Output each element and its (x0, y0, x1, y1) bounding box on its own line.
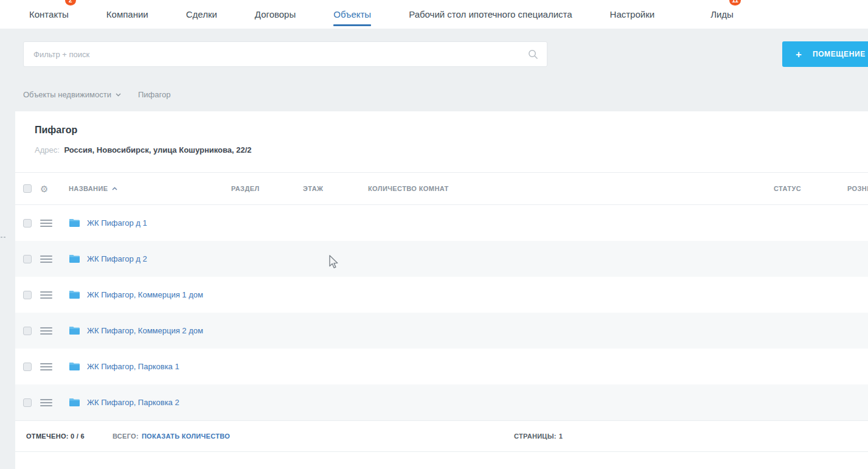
row-checkbox[interactable] (23, 219, 32, 228)
table-row[interactable]: ЖК Пифагор, Коммерция 1 дом (15, 277, 868, 313)
table-row[interactable]: ЖК Пифагор, Коммерция 2 дом (15, 313, 868, 349)
row-checkbox[interactable] (23, 291, 32, 299)
folder-icon (69, 326, 80, 335)
add-premise-label: ПОМЕЩЕНИЕ (813, 50, 866, 58)
table-row[interactable]: ЖК Пифагор, Парковка 1 (15, 349, 868, 384)
edge-mark (1, 237, 5, 238)
nav-tab-label: Объекты (333, 9, 371, 19)
drag-handle-icon[interactable] (40, 255, 52, 263)
show-count-link[interactable]: ПОКАЗАТЬ КОЛИЧЕСТВО (142, 433, 230, 440)
row-checkbox[interactable] (23, 327, 32, 335)
checked-count: ОТМЕЧЕНО: 0 / 6 (26, 433, 85, 440)
nav-tab[interactable]: Договоры (255, 0, 296, 29)
row-checkbox[interactable] (23, 363, 32, 371)
drag-handle-icon[interactable] (40, 363, 52, 370)
folder-icon (69, 398, 80, 407)
column-section[interactable]: РАЗДЕЛ (231, 185, 303, 192)
total-count: ВСЕГО:ПОКАЗАТЬ КОЛИЧЕСТВО (113, 433, 230, 440)
checked-value: 0 / 6 (71, 433, 85, 440)
row-object-link[interactable]: ЖК Пифагор, Коммерция 1 дом (87, 290, 203, 299)
search-icon (528, 49, 538, 60)
row-object-link[interactable]: ЖК Пифагор, Коммерция 2 дом (87, 326, 203, 335)
folder-icon (69, 290, 80, 299)
nav-tab-label: Договоры (255, 9, 296, 19)
nav-tab[interactable]: Контакты 2 (29, 0, 69, 29)
notification-badge: 2 (65, 0, 76, 5)
folder-icon (69, 254, 80, 263)
object-title: Пифагор (35, 125, 868, 136)
address-value: Россия, Новосибирск, улица Кошурникова, … (64, 145, 251, 155)
column-retail[interactable]: РОЗНИ (847, 185, 868, 192)
drag-handle-icon[interactable] (40, 220, 52, 227)
nav-tab[interactable]: Рабочий стол ипотечного специалиста (409, 0, 572, 29)
nav-tab[interactable]: Настройки (610, 0, 655, 29)
row-name-cell: ЖК Пифагор, Парковка 1 (69, 362, 231, 371)
object-card: Пифагор Адрес: Россия, Новосибирск, улиц… (15, 111, 868, 469)
object-address: Адрес: Россия, Новосибирск, улица Кошурн… (35, 145, 868, 155)
search-input[interactable] (24, 42, 547, 66)
table-row[interactable]: ЖК Пифагор, Парковка 2 (15, 384, 868, 420)
address-label: Адрес: (35, 145, 60, 155)
row-object-link[interactable]: ЖК Пифагор, Парковка 1 (87, 362, 179, 371)
drag-handle-icon[interactable] (40, 291, 52, 299)
pages-indicator: СТРАНИЦЫ:1 (514, 433, 563, 440)
table-footer: ОТМЕЧЕНО: 0 / 6 ВСЕГО:ПОКАЗАТЬ КОЛИЧЕСТВ… (15, 420, 868, 452)
folder-icon (69, 218, 80, 228)
notification-badge: 11 (729, 0, 741, 5)
row-name-cell: ЖК Пифагор, Коммерция 1 дом (69, 290, 231, 299)
row-name-cell: ЖК Пифагор д 1 (69, 218, 231, 228)
table-row[interactable]: ЖК Пифагор д 2 (15, 241, 868, 277)
nav-tab[interactable]: Сделки (186, 0, 217, 29)
nav-tab[interactable]: Объекты (333, 0, 371, 29)
row-name-cell: ЖК Пифагор, Парковка 2 (69, 398, 231, 407)
row-checkbox[interactable] (23, 255, 32, 263)
drag-handle-icon[interactable] (40, 327, 52, 335)
row-object-link[interactable]: ЖК Пифагор д 1 (87, 218, 147, 228)
nav-tab-label: Настройки (610, 9, 655, 19)
folder-icon (69, 362, 80, 371)
breadcrumb-root-label: Объекты недвижимости (23, 90, 111, 99)
drag-handle-icon[interactable] (40, 399, 52, 406)
nav-tab-label: Лиды (710, 9, 734, 19)
add-premise-button[interactable]: + ПОМЕЩЕНИЕ (782, 41, 868, 67)
filter-search-box[interactable] (23, 41, 547, 67)
nav-tab-label: Контакты (29, 9, 69, 19)
sort-asc-icon (112, 187, 117, 190)
pages-value: 1 (559, 433, 563, 440)
row-object-link[interactable]: ЖК Пифагор, Парковка 2 (87, 398, 179, 407)
row-name-cell: ЖК Пифагор д 2 (69, 254, 231, 263)
column-status[interactable]: СТАТУС (774, 185, 847, 192)
plus-icon: + (796, 49, 802, 60)
row-checkbox[interactable] (23, 398, 32, 407)
nav-tab-label: Сделки (186, 9, 217, 19)
gear-icon[interactable]: ⚙ (40, 184, 69, 193)
table-row[interactable]: ЖК Пифагор д 1 (15, 205, 868, 241)
column-floor[interactable]: ЭТАЖ (303, 185, 368, 192)
nav-tab-label: Компании (106, 9, 148, 19)
column-rooms[interactable]: КОЛИЧЕСТВО КОМНАТ (368, 185, 774, 192)
row-name-cell: ЖК Пифагор, Коммерция 2 дом (69, 326, 231, 335)
table-body: ЖК Пифагор д 1 ЖК Пифагор д 2 (15, 205, 868, 420)
object-card-header: Пифагор Адрес: Россия, Новосибирск, улиц… (15, 111, 868, 172)
nav-tab[interactable]: Компании (106, 0, 148, 29)
chevron-down-icon (116, 93, 121, 97)
row-object-link[interactable]: ЖК Пифагор д 2 (87, 254, 147, 263)
select-all-checkbox[interactable] (23, 184, 32, 193)
top-navigation: Контакты 2 Компании Сделки Договоры Объе… (0, 0, 868, 29)
breadcrumb: Объекты недвижимости Пифагор (23, 90, 170, 99)
table-header: ⚙ НАЗВАНИЕ РАЗДЕЛ ЭТАЖ КОЛИЧЕСТВО КОМНАТ… (15, 172, 868, 205)
breadcrumb-current: Пифагор (138, 90, 170, 99)
column-name[interactable]: НАЗВАНИЕ (69, 185, 231, 192)
nav-tab-label: Рабочий стол ипотечного специалиста (409, 9, 572, 19)
nav-tab[interactable]: Лиды 11 (710, 0, 734, 29)
breadcrumb-root[interactable]: Объекты недвижимости (23, 90, 121, 99)
